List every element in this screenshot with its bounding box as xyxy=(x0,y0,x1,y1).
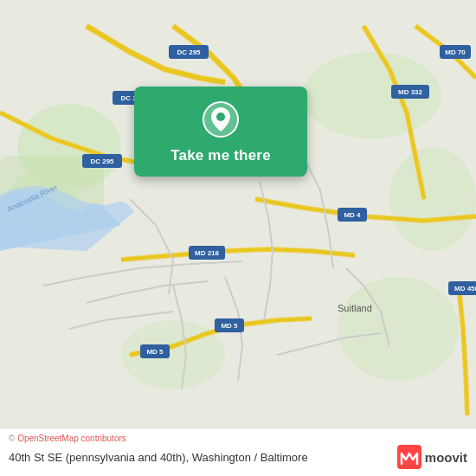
copyright-text: © OpenStreetMap contributors xyxy=(9,434,467,443)
copyright-symbol: © xyxy=(9,434,15,443)
address-text: 40th St SE (pennsylvania and 40th), Wash… xyxy=(9,451,397,464)
svg-text:Suitland: Suitland xyxy=(338,303,372,313)
map-container: DC 295 DC 295 DC 295 MD 332 MD 70 MD 4 M… xyxy=(0,0,476,476)
take-me-there-button[interactable]: Take me there xyxy=(170,147,271,164)
openstreetmap-link[interactable]: OpenStreetMap contributors xyxy=(17,434,126,443)
svg-text:MD 332: MD 332 xyxy=(398,88,423,96)
bottom-bar: © OpenStreetMap contributors 40th St SE … xyxy=(0,428,476,476)
svg-text:MD 458: MD 458 xyxy=(454,285,476,293)
svg-text:MD 4: MD 4 xyxy=(344,211,361,219)
svg-text:DC 295: DC 295 xyxy=(90,158,114,165)
location-card[interactable]: Take me there xyxy=(134,87,307,177)
svg-text:MD 218: MD 218 xyxy=(195,249,220,257)
svg-text:MD 5: MD 5 xyxy=(146,348,164,356)
svg-text:MD 70: MD 70 xyxy=(445,48,466,56)
svg-text:MD 5: MD 5 xyxy=(221,322,238,330)
map-background: DC 295 DC 295 DC 295 MD 332 MD 70 MD 4 M… xyxy=(0,0,476,476)
svg-text:DC 295: DC 295 xyxy=(177,48,201,56)
address-row: 40th St SE (pennsylvania and 40th), Wash… xyxy=(9,445,467,469)
moovit-logo: moovit xyxy=(397,445,467,469)
location-pin-icon xyxy=(202,100,240,138)
moovit-brand-label: moovit xyxy=(425,450,467,465)
svg-point-6 xyxy=(338,277,459,381)
svg-point-5 xyxy=(389,147,476,251)
moovit-logo-icon xyxy=(397,445,421,469)
svg-point-31 xyxy=(216,113,225,121)
